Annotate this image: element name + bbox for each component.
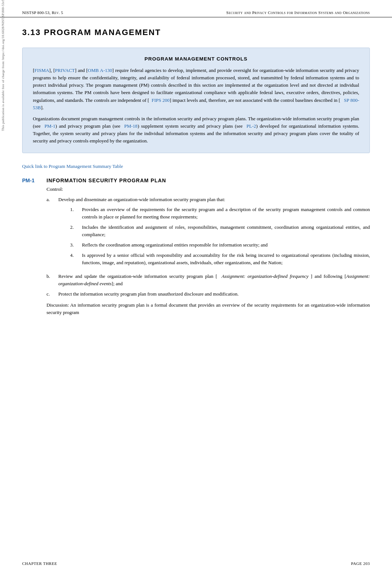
pm1-sub-list: 1. Provides an overview of the requireme… xyxy=(70,206,370,267)
list-item-1: 1. Provides an overview of the requireme… xyxy=(70,206,370,221)
control-label: Control: xyxy=(47,186,370,192)
footer-right: PAGE 203 xyxy=(351,561,370,566)
list-item-b: b. Review and update the organization-wi… xyxy=(47,273,370,287)
pm1-id[interactable]: PM-1 xyxy=(22,177,40,183)
list-item-3: 3. Reflects the coordination among organ… xyxy=(70,241,370,249)
pl2-link[interactable]: PL-2 xyxy=(247,123,256,129)
pm1-header: PM-1 INFORMATION SECURITY PROGRAM PLAN xyxy=(22,177,370,183)
info-box-title: PROGRAM MANAGEMENT CONTROLS xyxy=(33,56,359,62)
assignment-events: Assignment: organization-defined events xyxy=(58,273,370,286)
omb-link[interactable]: OMB A-130 xyxy=(88,68,112,73)
list-item-2: 2. Includes the identification and assig… xyxy=(70,224,370,238)
pm1-list-a: a. Develop and disseminate an organizati… xyxy=(47,196,370,298)
list-item-4: 4. Is approved by a senior official with… xyxy=(70,252,370,266)
fips200-link[interactable]: FIPS 200 xyxy=(152,97,170,103)
list-item-b-text: Review and update the organization-wide … xyxy=(58,273,370,287)
privact-link[interactable]: PRIVACT xyxy=(55,68,75,73)
header-left: NISTSP 800-53, Rev. 5 xyxy=(22,10,63,15)
sub-label-2: 2. xyxy=(70,224,77,238)
info-box: PROGRAM MANAGEMENT CONTROLS [FISMA], [PR… xyxy=(22,48,370,153)
pm18-link[interactable]: PM-18 xyxy=(124,123,138,129)
sp80053b-link[interactable]: SP 800-53B xyxy=(33,97,359,110)
pm1-ref-link[interactable]: PM-1 xyxy=(44,123,55,129)
list-item-c-text: Protect the information security program… xyxy=(58,290,238,298)
chapter-title: 3.13 PROGRAM MANAGEMENT xyxy=(22,28,370,37)
sub-label-3: 3. xyxy=(70,241,77,249)
list-label-c: c. xyxy=(47,290,53,298)
list-label-a: a. xyxy=(47,196,53,269)
info-box-paragraph1: [FISMA], [PRIVACT] and [OMB A-130] requi… xyxy=(33,67,359,111)
discussion-paragraph: Discussion: An information security prog… xyxy=(47,301,370,316)
sub-item-1-text: Provides an overview of the requirements… xyxy=(82,206,370,221)
page-footer: CHAPTER THREE PAGE 203 xyxy=(22,561,370,566)
sub-item-4-text: Is approved by a senior official with re… xyxy=(82,252,370,266)
assignment-frequency: Assignment: organization-defined frequen… xyxy=(221,273,309,279)
sub-item-2-text: Includes the identification and assignme… xyxy=(82,224,370,238)
list-item-a: a. Develop and disseminate an organizati… xyxy=(47,196,370,269)
quick-link-container: Quick link to Program Management Summary… xyxy=(22,163,370,169)
main-content: 3.13 PROGRAM MANAGEMENT PROGRAM MANAGEME… xyxy=(0,17,392,331)
quick-link[interactable]: Quick link to Program Management Summary… xyxy=(22,163,123,169)
list-item-a-content: Develop and disseminate an organization-… xyxy=(58,196,370,269)
list-item-a-text: Develop and disseminate an organization-… xyxy=(58,197,225,202)
page: This publication is available free of ch… xyxy=(0,0,392,576)
page-header: NISTSP 800-53, Rev. 5 Security and Priva… xyxy=(0,0,392,17)
header-right: Security and Privacy Controls for Inform… xyxy=(226,10,370,15)
sub-item-3-text: Reflects the coordination among organiza… xyxy=(82,241,268,249)
sub-label-4: 4. xyxy=(70,252,77,266)
sub-label-1: 1. xyxy=(70,206,77,221)
side-text: This publication is available free of ch… xyxy=(1,0,5,131)
list-item-c: c. Protect the information security prog… xyxy=(47,290,370,298)
fisma-link[interactable]: FISMA xyxy=(34,68,49,73)
list-label-b: b. xyxy=(47,273,53,287)
info-box-paragraph2: Organizations document program managemen… xyxy=(33,115,359,145)
pm1-title: INFORMATION SECURITY PROGRAM PLAN xyxy=(47,177,166,183)
footer-left: CHAPTER THREE xyxy=(22,561,57,566)
